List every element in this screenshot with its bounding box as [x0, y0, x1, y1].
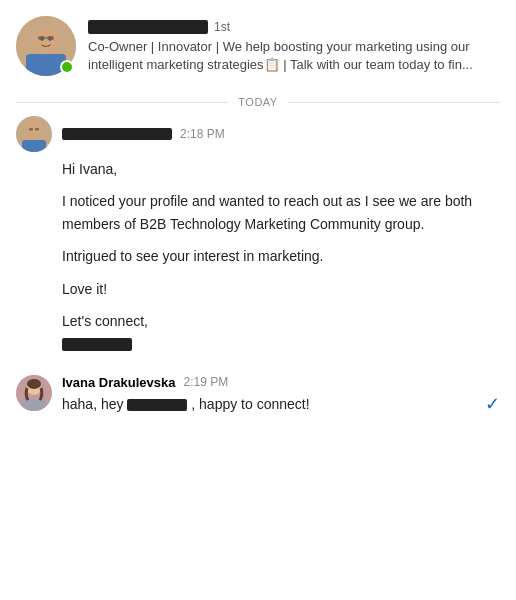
avatar[interactable] — [16, 16, 76, 76]
degree-badge: 1st — [214, 20, 230, 34]
msg-line-connect: Let's connect, — [62, 310, 500, 355]
ivana-message-block: Ivana Drakulevska 2:19 PM haha, hey , ha… — [16, 375, 500, 415]
sender-message-block: 2:18 PM Hi Ivana, I noticed your profile… — [16, 116, 500, 355]
svg-point-10 — [27, 123, 41, 137]
date-divider: TODAY — [0, 88, 516, 116]
sender-message-header: 2:18 PM — [16, 116, 500, 152]
sender-signature-redacted — [62, 338, 132, 351]
msg-line-intro: I noticed your profile and wanted to rea… — [62, 190, 500, 235]
profile-tagline: Co-Owner | Innovator | We help boosting … — [88, 38, 500, 74]
svg-rect-6 — [47, 36, 54, 40]
profile-header: 1st Co-Owner | Innovator | We help boost… — [0, 0, 516, 88]
ivana-content: Ivana Drakulevska 2:19 PM haha, hey , ha… — [62, 375, 500, 415]
ivana-header: Ivana Drakulevska 2:19 PM — [62, 375, 500, 390]
sender-time: 2:18 PM — [180, 127, 225, 141]
divider-label: TODAY — [238, 96, 277, 108]
sender-meta: 2:18 PM — [62, 127, 225, 141]
ivana-text-after: , happy to connect! — [191, 396, 309, 412]
divider-line-left — [16, 102, 228, 103]
online-status-badge — [60, 60, 74, 74]
svg-point-16 — [27, 379, 41, 389]
ivana-name: Ivana Drakulevska — [62, 375, 175, 390]
svg-rect-14 — [22, 399, 46, 411]
msg-line-intrigued: Intrigued to see your interest in market… — [62, 245, 500, 267]
double-check-icon: ✓ — [485, 393, 500, 415]
svg-rect-5 — [38, 36, 45, 40]
ivana-text-before: haha, hey — [62, 396, 124, 412]
divider-line-right — [288, 102, 500, 103]
ivana-avatar — [16, 375, 52, 411]
profile-info: 1st Co-Owner | Innovator | We help boost… — [88, 16, 500, 74]
messages-area: 2:18 PM Hi Ivana, I noticed your profile… — [0, 116, 516, 431]
svg-point-2 — [34, 28, 58, 52]
sender-message-body: Hi Ivana, I noticed your profile and wan… — [16, 158, 500, 355]
ivana-time: 2:19 PM — [183, 375, 228, 389]
sender-avatar — [16, 116, 52, 152]
ivana-name-inline-redacted — [127, 399, 187, 411]
sender-name-redacted — [62, 128, 172, 140]
svg-rect-9 — [22, 140, 46, 152]
msg-line-love: Love it! — [62, 278, 500, 300]
svg-rect-12 — [35, 128, 39, 131]
svg-rect-11 — [29, 128, 33, 131]
msg-line-greeting: Hi Ivana, — [62, 158, 500, 180]
profile-name-redacted — [88, 20, 208, 34]
ivana-message-text: haha, hey , happy to connect! — [62, 394, 500, 415]
